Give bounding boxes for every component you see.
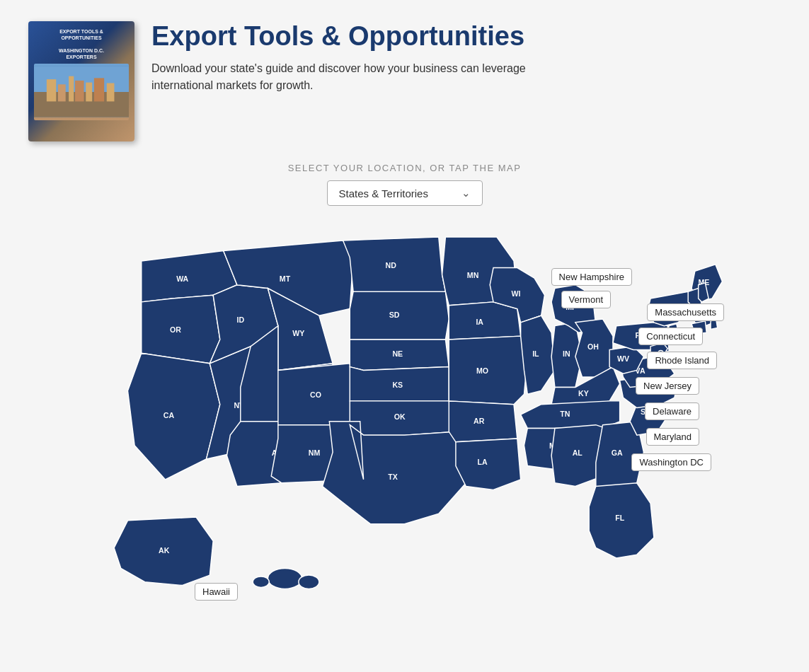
state-ak[interactable] bbox=[114, 517, 213, 586]
header-section: EXPORT TOOLS & OPPORTUNITIES WASHINGTON … bbox=[28, 21, 781, 141]
book-cover: EXPORT TOOLS & OPPORTUNITIES WASHINGTON … bbox=[28, 21, 134, 141]
callout-washington-dc[interactable]: Washington DC bbox=[631, 453, 711, 471]
callout-delaware[interactable]: Delaware bbox=[645, 402, 699, 420]
callout-new-jersey[interactable]: New Jersey bbox=[636, 377, 699, 395]
map-container[interactable]: .state { fill: #1e3a6e; stroke: white; s… bbox=[28, 220, 781, 616]
callout-hawaii[interactable]: Hawaii bbox=[195, 583, 238, 601]
header-description: Download your state's guide and discover… bbox=[151, 60, 548, 94]
svg-rect-6 bbox=[86, 83, 92, 102]
state-ar[interactable] bbox=[449, 401, 517, 442]
svg-rect-8 bbox=[107, 83, 115, 102]
svg-rect-7 bbox=[94, 79, 104, 102]
callout-connecticut[interactable]: Connecticut bbox=[638, 328, 703, 345]
state-ca[interactable] bbox=[127, 353, 219, 480]
state-ks[interactable] bbox=[350, 367, 449, 401]
callout-massachusetts[interactable]: Massachusetts bbox=[647, 303, 724, 321]
state-il[interactable] bbox=[521, 315, 555, 394]
svg-rect-2 bbox=[47, 80, 56, 102]
book-cover-text: EXPORT TOOLS & OPPORTUNITIES WASHINGTON … bbox=[59, 28, 104, 60]
state-fl[interactable] bbox=[589, 483, 654, 558]
svg-rect-5 bbox=[75, 81, 84, 101]
state-oh[interactable] bbox=[575, 319, 613, 377]
state-or[interactable] bbox=[142, 295, 220, 364]
header-text: Export Tools & Opportunities Download yo… bbox=[151, 21, 548, 94]
state-mo[interactable] bbox=[449, 336, 527, 405]
state-tx[interactable] bbox=[323, 422, 466, 524]
callout-new-hampshire[interactable]: New Hampshire bbox=[551, 268, 632, 286]
callout-rhode-island[interactable]: Rhode Island bbox=[647, 352, 717, 369]
callout-maryland[interactable]: Maryland bbox=[646, 428, 699, 446]
state-ia[interactable] bbox=[449, 302, 520, 340]
dropdown-value: States & Territories bbox=[339, 187, 428, 199]
state-la[interactable] bbox=[456, 439, 521, 489]
state-hi[interactable] bbox=[268, 568, 302, 589]
page-container: EXPORT TOOLS & OPPORTUNITIES WASHINGTON … bbox=[0, 0, 809, 672]
state-ok[interactable] bbox=[350, 401, 456, 435]
svg-rect-3 bbox=[58, 85, 66, 102]
state-hi3 bbox=[253, 577, 269, 587]
location-selector: SELECT YOUR LOCATION, OR TAP THE MAP Sta… bbox=[28, 163, 781, 206]
page-title: Export Tools & Opportunities bbox=[151, 21, 548, 52]
states-dropdown[interactable]: States & Territories ⌄ bbox=[327, 180, 483, 206]
state-ne[interactable] bbox=[350, 340, 449, 370]
chevron-down-icon: ⌄ bbox=[461, 187, 471, 199]
state-hi2 bbox=[299, 575, 319, 589]
state-sd[interactable] bbox=[350, 291, 449, 340]
location-prompt: SELECT YOUR LOCATION, OR TAP THE MAP bbox=[28, 163, 781, 173]
state-nd[interactable] bbox=[343, 237, 446, 291]
callout-vermont[interactable]: Vermont bbox=[561, 291, 611, 308]
state-co[interactable] bbox=[278, 364, 360, 425]
book-cover-image bbox=[34, 64, 129, 120]
svg-rect-4 bbox=[69, 76, 74, 102]
